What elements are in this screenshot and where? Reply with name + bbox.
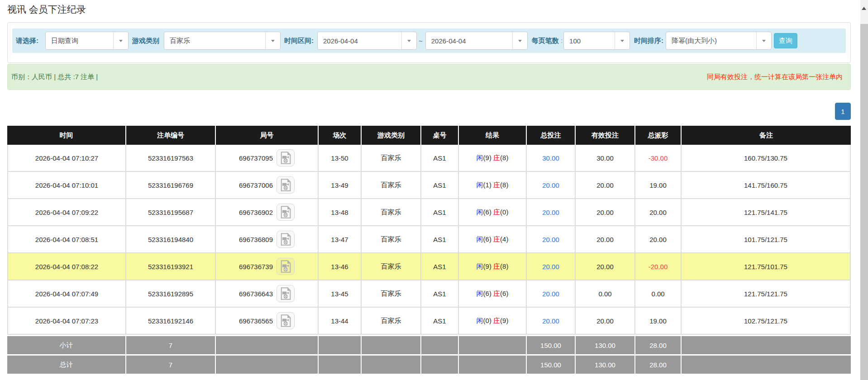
round-cell: 696736809: [216, 226, 319, 253]
date-to-select[interactable]: 2026-04-04: [425, 32, 528, 50]
currency-summary: 币别：人民币 | 总共 :7 注单 |: [11, 73, 98, 81]
total-game-type-cell: [362, 354, 421, 374]
column-header-payout: 总派彩: [635, 126, 682, 145]
total-payout-cell: 28.00: [635, 354, 682, 374]
time-cell: 2026-04-04 07:07:23: [7, 308, 126, 335]
payout-cell: 20.00: [635, 226, 682, 253]
game-type-select[interactable]: 百家乐: [164, 32, 281, 50]
total-bet-cell[interactable]: 20.00: [527, 253, 576, 280]
page-number-button[interactable]: 1: [835, 103, 851, 120]
table-row: 2026-04-04 07:09:22523316195687696736902…: [7, 199, 851, 226]
total-game-type-cell: [362, 335, 421, 354]
game-type-cell: 百家乐: [362, 199, 421, 226]
total-bet-cell[interactable]: 20.00: [527, 226, 576, 253]
video-file-icon: [279, 178, 292, 192]
column-header-valid-bet: 有效投注: [576, 126, 635, 145]
table-row: 2026-04-04 07:08:22523316193921696736739…: [7, 253, 851, 280]
total-bet-cell[interactable]: 20.00: [527, 280, 576, 308]
round-cell: 696736902: [216, 199, 319, 226]
total-table-no-cell: [421, 354, 459, 374]
total-valid-bet-cell: 130.00: [576, 354, 635, 374]
table-no-cell: AS1: [421, 172, 459, 199]
total-bet-cell[interactable]: 20.00: [527, 199, 576, 226]
video-replay-button[interactable]: [277, 204, 295, 221]
round-cell: 696736739: [216, 253, 319, 280]
round-number: 696736739: [239, 263, 273, 271]
round-number: 696736643: [239, 290, 273, 298]
game-type-cell: 百家乐: [362, 253, 421, 280]
filter-bar: 请选择: 日期查询 游戏类别 百家乐 时间区间: 2026-04-04 ~ 20…: [12, 28, 846, 53]
time-cell: 2026-04-04 07:10:27: [7, 145, 126, 172]
query-button[interactable]: 查询: [774, 33, 797, 48]
video-replay-button[interactable]: [277, 231, 295, 248]
tilde-separator: ~: [419, 37, 423, 45]
player-result: 闲: [477, 181, 483, 189]
valid-bet-cell: 20.00: [576, 253, 635, 280]
bet-id-cell: 523316197563: [126, 145, 216, 172]
table-row: 2026-04-04 07:07:49523316192895696736643…: [7, 280, 851, 308]
total-bet-link[interactable]: 20.00: [542, 209, 559, 216]
table-no-cell: AS1: [421, 145, 459, 172]
page-size-select[interactable]: 100: [563, 32, 630, 50]
round-cell: 696737095: [216, 145, 319, 172]
total-bet-id-cell: 7: [126, 335, 216, 354]
video-replay-button[interactable]: [277, 312, 295, 329]
total-bet-link[interactable]: 20.00: [542, 236, 559, 243]
total-bet-link[interactable]: 20.00: [542, 181, 559, 189]
banker-result: 庄: [493, 208, 500, 216]
column-header-bet-id: 注单编号: [126, 126, 216, 145]
bet-id-cell: 523316192146: [126, 308, 216, 335]
total-total-bet-cell: 150.00: [527, 354, 576, 374]
table-row: 2026-04-04 07:08:51523316194840696736809…: [7, 226, 851, 253]
session-cell: 13-45: [319, 280, 362, 308]
vertical-scrollbar[interactable]: [860, 0, 868, 380]
chevron-down-icon: [620, 40, 624, 42]
total-bet-link[interactable]: 30.00: [542, 154, 559, 162]
video-replay-button[interactable]: [277, 176, 295, 194]
total-bet-link[interactable]: 20.00: [542, 263, 559, 271]
video-file-icon: [279, 233, 292, 246]
scroll-up-icon[interactable]: [862, 7, 866, 10]
total-bet-link[interactable]: 20.00: [542, 317, 559, 325]
total-bet-cell[interactable]: 30.00: [527, 145, 576, 172]
table-row: 2026-04-04 07:10:27523316197563696737095…: [7, 145, 851, 172]
banker-result: 庄: [493, 154, 500, 162]
game-type-label: 游戏类别: [132, 37, 159, 45]
column-header-table-no: 桌号: [421, 126, 459, 145]
round-number: 696736809: [239, 236, 273, 243]
remark-cell: 102.75/121.75: [682, 308, 851, 335]
result-cell: 闲(6) 庄(6): [459, 280, 527, 308]
total-bet-cell[interactable]: 20.00: [527, 172, 576, 199]
total-bet-cell[interactable]: 20.00: [527, 308, 576, 335]
round-number: 696737006: [239, 181, 273, 189]
chevron-down-icon: [271, 40, 275, 42]
scrollbar-thumb[interactable]: [860, 24, 868, 380]
betting-records-page: 视讯 会员下注纪录 请选择: 日期查询 游戏类别 百家乐 时间区间: 2026-…: [0, 0, 868, 380]
game-type-cell: 百家乐: [362, 280, 421, 308]
chevron-down-icon: [518, 40, 522, 42]
total-bet-link[interactable]: 20.00: [542, 290, 559, 298]
valid-bet-cell: 20.00: [576, 199, 635, 226]
column-header-result: 结果: [459, 126, 527, 145]
game-type-cell: 百家乐: [362, 226, 421, 253]
game-type-cell: 百家乐: [362, 172, 421, 199]
total-round-cell: [216, 354, 319, 374]
column-header-total-bet: 总投注: [527, 126, 576, 145]
remark-cell: 101.75/121.75: [682, 226, 851, 253]
banker-result: 庄: [493, 317, 500, 324]
table-header-row: 时间注单编号局号场次游戏类别桌号结果总投注有效投注总派彩备注: [7, 126, 851, 145]
video-replay-button[interactable]: [277, 258, 295, 275]
total-total-bet-cell: 150.00: [527, 335, 576, 354]
date-from-select[interactable]: 2026-04-04: [317, 32, 417, 50]
remark-cell: 121.75/121.75: [682, 280, 851, 308]
game-type-cell: 百家乐: [362, 308, 421, 335]
time-cell: 2026-04-04 07:08:51: [7, 226, 126, 253]
valid-bet-cell: 30.00: [576, 145, 635, 172]
session-cell: 13-44: [319, 308, 362, 335]
query-type-select[interactable]: 日期查询: [45, 32, 129, 50]
round-cell: 696736643: [216, 280, 319, 308]
video-replay-button[interactable]: [277, 285, 295, 302]
bet-id-cell: 523316194840: [126, 226, 216, 253]
video-replay-button[interactable]: [277, 149, 295, 166]
sort-order-select[interactable]: 降幂(由大到小): [666, 32, 772, 50]
